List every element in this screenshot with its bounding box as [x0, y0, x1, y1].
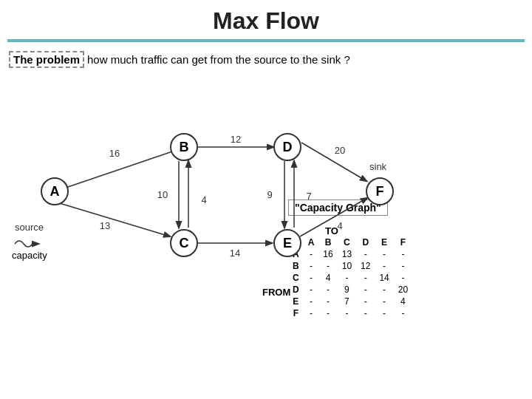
node-E: E [273, 229, 301, 257]
node-F: F [366, 177, 394, 205]
node-A: A [41, 177, 69, 205]
svg-text:14: 14 [230, 248, 240, 259]
svg-line-2 [55, 202, 170, 236]
svg-text:20: 20 [335, 145, 345, 156]
table-cell: - [318, 307, 337, 319]
svg-text:10: 10 [157, 189, 168, 200]
svg-text:9: 9 [267, 189, 272, 200]
table-cell: - [338, 307, 356, 319]
table-cell: - [375, 307, 393, 319]
problem-keyword: The problem [9, 51, 84, 68]
svg-text:13: 13 [100, 220, 110, 231]
svg-text:4: 4 [201, 194, 206, 205]
table-cell: - [356, 307, 375, 319]
svg-line-0 [68, 148, 183, 187]
row-header: F [288, 307, 304, 319]
svg-text:16: 16 [109, 148, 120, 159]
node-D: D [273, 133, 301, 161]
page-title: Max Flow [0, 0, 532, 39]
svg-line-18 [300, 198, 367, 236]
title-divider [7, 39, 525, 42]
problem-line: The problem how much traffic can get fro… [0, 48, 532, 68]
svg-text:12: 12 [231, 134, 241, 145]
svg-text:7: 7 [306, 191, 311, 202]
node-B: B [170, 133, 198, 161]
problem-description: how much traffic can get from the source… [87, 53, 350, 66]
svg-text:4: 4 [337, 220, 342, 231]
node-C: C [170, 229, 198, 257]
graph-area: 16 13 12 10 4 14 9 7 20 4 A B C D E F [0, 66, 436, 303]
table-row: F------ [288, 307, 412, 319]
table-cell: - [304, 307, 319, 319]
table-cell: - [394, 307, 412, 319]
